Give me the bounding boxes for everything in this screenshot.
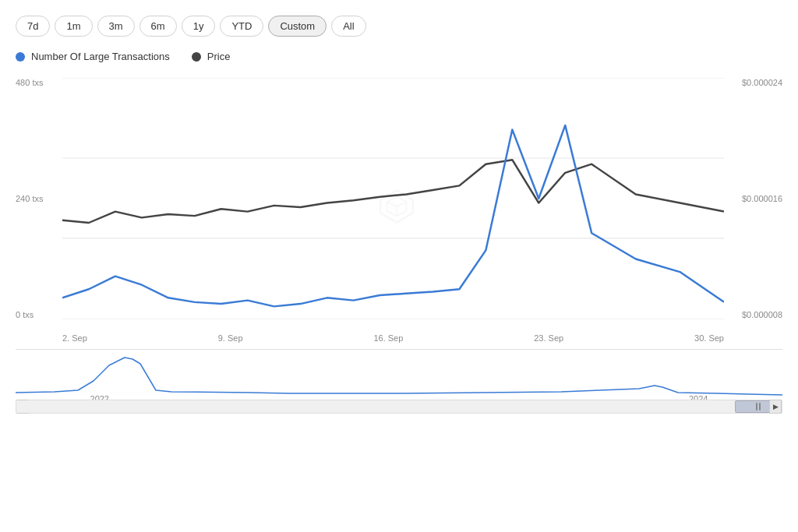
- x-label-3: 23. Sep: [534, 333, 563, 343]
- y-axis-left: 480 txs240 txs0 txs: [16, 78, 62, 343]
- filter-btn-ytd[interactable]: YTD: [220, 16, 263, 37]
- chart-container: 7d1m3m6m1yYTDCustomAll Number Of Large T…: [0, 0, 798, 532]
- main-chart-area: 480 txs240 txs0 txs $0.000024$0.000016$0…: [16, 78, 782, 343]
- legend-item-blue: Number Of Large Transactions: [16, 51, 170, 62]
- scroll-right-arrow[interactable]: ▶: [769, 400, 782, 414]
- x-label-2: 16. Sep: [373, 333, 403, 343]
- filter-btn-7d[interactable]: 7d: [16, 16, 50, 37]
- y-left-label-1: 240 txs: [16, 194, 62, 203]
- filter-btn-custom[interactable]: Custom: [268, 16, 327, 37]
- main-chart-svg: [62, 78, 724, 319]
- y-right-label-1: $0.000016: [742, 194, 782, 203]
- filter-btn-3m[interactable]: 3m: [97, 16, 135, 37]
- y-left-label-2: 0 txs: [16, 310, 62, 319]
- x-label-1: 9. Sep: [218, 333, 243, 343]
- legend-dot-blue: [16, 52, 25, 62]
- filter-btn-1m[interactable]: 1m: [55, 16, 92, 37]
- x-label-0: 2. Sep: [62, 333, 87, 343]
- scrollbar-handles: [756, 403, 761, 410]
- y-right-label-0: $0.000024: [742, 78, 782, 87]
- handle-line-2: [759, 403, 761, 410]
- handle-line-1: [756, 403, 757, 410]
- legend-dot-dark: [192, 52, 201, 62]
- filter-btn-6m[interactable]: 6m: [139, 16, 177, 37]
- x-axis: 2. Sep9. Sep16. Sep23. Sep30. Sep: [62, 333, 724, 343]
- chart-legend: Number Of Large TransactionsPrice: [16, 51, 782, 62]
- legend-label-blue: Number Of Large Transactions: [31, 51, 170, 62]
- legend-item-dark: Price: [192, 51, 231, 62]
- x-label-4: 30. Sep: [694, 333, 724, 343]
- mini-chart-area: 20222024 ◀ ▶: [16, 349, 782, 419]
- mini-chart-svg: [16, 350, 782, 398]
- filter-btn-1y[interactable]: 1y: [182, 16, 216, 37]
- y-axis-right: $0.000024$0.000016$0.000008: [724, 78, 782, 343]
- time-filter-bar: 7d1m3m6m1yYTDCustomAll: [16, 16, 782, 37]
- scrollbar-track: [16, 400, 782, 413]
- legend-label-dark: Price: [207, 51, 231, 62]
- filter-btn-all[interactable]: All: [331, 16, 365, 37]
- scrollbar[interactable]: ◀ ▶: [16, 400, 782, 414]
- y-right-label-2: $0.000008: [742, 310, 782, 319]
- y-left-label-0: 480 txs: [16, 78, 62, 87]
